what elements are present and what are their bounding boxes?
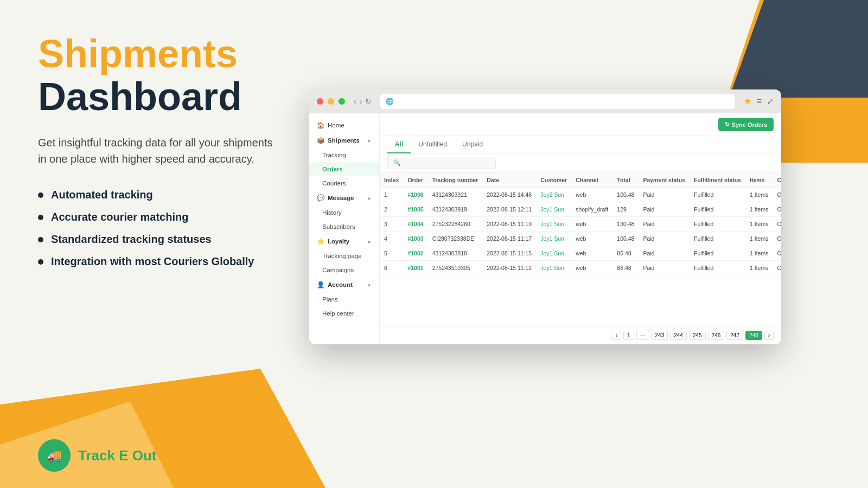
sidebar-item-couriers[interactable]: Couriers [309,176,379,190]
sidebar-item-history[interactable]: History [309,206,379,220]
cell-payment: Paid [639,188,690,202]
bookmark-icon[interactable]: ★ [744,96,751,106]
cell-date: 2022-08-15 12:11 [482,202,536,217]
search-input[interactable]: 🔍 [387,157,496,169]
pagination-prev[interactable]: ‹ [612,331,621,340]
cell-fulfillment: Fulfilled [690,188,745,202]
page-btn-1[interactable]: 1 [623,331,634,340]
cell-customer[interactable]: Joy1 Sun [536,202,571,217]
cell-total: 100.48 [612,232,639,246]
tab-unfulfilled[interactable]: Unfulfilled [411,136,455,153]
cell-channel: shopify_draft [571,202,612,217]
cell-order[interactable]: #1001 [403,261,427,275]
cell-items: 1 Items [745,246,773,261]
th-fulfillment-status: Fulfillment status [690,173,745,188]
cell-order[interactable]: #1005 [403,202,427,217]
th-customer: Customer [536,173,571,188]
cell-items: 1 Items [745,261,773,275]
chevron-up-icon-2: ▲ [367,195,372,201]
cell-customer[interactable]: Joy1 Sun [536,217,571,232]
cell-payment: Paid [639,202,690,217]
cell-customer[interactable]: Joy1 Sun [536,246,571,261]
cell-items: 1 Items [745,217,773,232]
sidebar-item-account[interactable]: 👤 Account ▲ [309,277,379,292]
expand-icon[interactable]: ⤢ [767,97,774,106]
th-tracking-number: Tracking number [428,173,483,188]
th-order: Order [403,173,427,188]
home-icon: 🏠 [317,121,324,129]
back-button[interactable]: ‹ [354,97,356,106]
cell-customer[interactable]: Joy1 Sun [536,232,571,246]
forward-button[interactable]: › [360,97,362,106]
sidebar-item-subscribers[interactable]: Subscribers [309,220,379,234]
cell-payment: Paid [639,217,690,232]
cell-tracking: 43124303919 [428,202,483,217]
address-bar[interactable]: 🌐 [380,94,735,109]
sidebar-item-shipments[interactable]: 📦 Shipments ▲ [309,133,379,148]
title-shipments: Shipments [38,33,282,75]
th-total: Total [612,173,639,188]
cell-date: 2022-08-15 11:17 [482,232,536,246]
sidebar-item-tracking[interactable]: Tracking [309,148,379,162]
page-btn-247[interactable]: 247 [726,331,743,340]
sidebar-item-campaigns[interactable]: Campaigns [309,263,379,277]
cell-date: 2022-08-15 14:46 [482,188,536,202]
sidebar-item-tracking-page[interactable]: Tracking page [309,249,379,263]
menu-icon[interactable]: ≡ [757,97,762,106]
page-btn-245[interactable]: 245 [689,331,706,340]
cell-payment: Paid [639,232,690,246]
maximize-dot[interactable] [339,98,345,105]
search-bar-container: 🔍 [380,153,781,173]
browser-chrome: ‹ › ↻ 🌐 ★ ≡ ⤢ [309,89,781,113]
tab-unpaid[interactable]: Unpaid [455,136,490,153]
page-btn-244[interactable]: 244 [670,331,687,340]
chevron-up-icon: ▲ [367,138,372,143]
cell-order[interactable]: #1006 [403,188,427,202]
sidebar-item-help[interactable]: Help center [309,306,379,320]
bullet-icon [38,259,43,265]
cell-fulfillment: Fulfilled [690,232,745,246]
loyalty-icon: ⭐ [317,237,324,245]
page-btn-246[interactable]: 246 [708,331,725,340]
cell-fulfillment: Fulfilled [690,261,745,275]
cell-channel: web [571,188,612,202]
feature-item: Standardized tracking statuses [38,233,282,246]
table-row: 3#10042752322842602022-08-15 11:19Joy1 S… [380,217,781,232]
sidebar-item-orders[interactable]: Orders [309,162,379,176]
cell-tracking: 43124303921 [428,188,483,202]
pagination-next[interactable]: › [764,331,774,340]
bullet-icon [38,237,43,242]
cell-order[interactable]: #1004 [403,217,427,232]
cell-total: 86.48 [612,261,639,275]
refresh-button[interactable]: ↻ [365,97,372,106]
sidebar-item-message[interactable]: 💬 Message ▲ [309,190,379,206]
cell-courier: Other [773,232,781,246]
cell-payment: Paid [639,261,690,275]
sidebar-item-loyalty[interactable]: ⭐ Loyalty ▲ [309,234,379,249]
header-row: IndexOrderTracking numberDateCustomerCha… [380,173,781,188]
cell-tracking: 43124303818 [428,246,483,261]
cell-payment: Paid [639,246,690,261]
sync-orders-button[interactable]: ↻ Sync Orders [718,118,774,131]
cell-index: 6 [380,261,403,275]
tab-all[interactable]: All [387,136,411,153]
cell-fulfillment: Fulfilled [690,246,745,261]
close-dot[interactable] [317,98,323,105]
sidebar-item-plans[interactable]: Plans [309,292,379,306]
cell-order[interactable]: #1002 [403,246,427,261]
logo-text: Track E Out [78,447,157,464]
cell-customer[interactable]: Joy1 Sun [536,261,571,275]
table-body: 1#1006431243039212022-08-15 14:46Joy2 Su… [380,188,781,275]
th-index: Index [380,173,403,188]
th-courier: Courier [773,173,781,188]
table-row: 5#1002431243038182022-08-15 11:15Joy1 Su… [380,246,781,261]
page-btn-248[interactable]: 248 [745,331,762,340]
cell-customer[interactable]: Joy2 Sun [536,188,571,202]
page-btn-243[interactable]: 243 [652,331,668,340]
cell-total: 86.48 [612,246,639,261]
minimize-dot[interactable] [328,98,334,105]
cell-index: 1 [380,188,403,202]
sidebar-item-home[interactable]: 🏠 Home [309,118,379,133]
page-btn-—[interactable]: — [636,331,649,340]
cell-order[interactable]: #1003 [403,232,427,246]
